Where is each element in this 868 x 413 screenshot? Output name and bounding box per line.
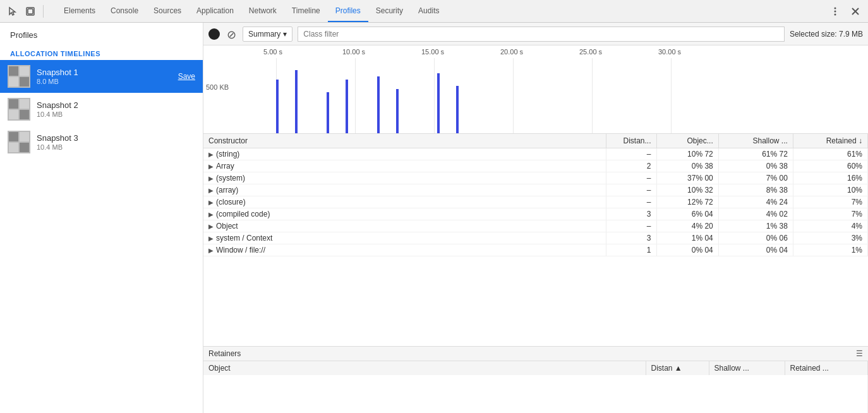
table-row[interactable]: ▶(string) – 10% 72 61% 72 61% [203,148,868,160]
th-objects[interactable]: Objec... [656,134,718,148]
table-body: ▶(string) – 10% 72 61% 72 61% ▶Array 2 0… [203,148,868,256]
expand-arrow-icon: ▶ [208,151,214,158]
th-ret-retained[interactable]: Retained ... [785,361,868,375]
cell-shallow: 4% 02 [718,208,793,220]
cell-shallow: 0% 04 [718,244,793,256]
class-filter-input[interactable] [298,27,785,42]
expand-arrow-icon: ▶ [208,199,214,206]
timeline-label: 15.00 s [421,48,444,56]
inspect-tool-button[interactable] [23,4,38,19]
cell-distance: 2 [606,160,656,172]
th-ret-object[interactable]: Object [203,361,646,375]
sidebar-item-snapshot1[interactable]: Snapshot 1 8.0 MB Save [0,60,203,93]
stop-button[interactable]: ⊘ [225,28,238,40]
cell-constructor: ▶(string) [203,148,606,160]
timeline-bar [456,86,459,133]
cell-constructor: ▶(closure) [203,196,606,208]
timeline-bar [346,80,348,133]
cell-distance: 3 [606,232,656,244]
snapshot3-size: 10.4 MB [37,143,195,151]
content-toolbar: ⊘ Summary ▾ Selected size: 7.9 MB [203,23,868,45]
retainers-table: Object Distan ▲ Shallow ... Retained ... [203,361,868,413]
dropdown-arrow-icon: ▾ [283,30,287,39]
timeline-bar [327,92,329,133]
expand-arrow-icon: ▶ [208,163,214,170]
retainers-empty-row [203,375,868,413]
th-ret-shallow[interactable]: Shallow ... [709,361,785,375]
save-snapshot1-button[interactable]: Save [178,72,195,81]
close-button[interactable] [848,4,863,19]
cell-distance: 3 [606,208,656,220]
timeline-label: 5.00 s [263,48,282,56]
sidebar-title: Profiles [0,23,203,45]
snapshot1-icon [8,65,30,88]
tab-timeline[interactable]: Timeline [284,0,328,22]
cell-shallow: 61% 72 [718,148,793,160]
snapshot2-size: 10.4 MB [37,111,195,118]
cell-distance: – [606,220,656,232]
record-button[interactable] [208,28,220,40]
tab-elements[interactable]: Elements [56,0,103,22]
toolbar-right [828,4,863,19]
timeline-bar [295,70,298,133]
th-ret-distance[interactable]: Distan ▲ [646,361,709,375]
timeline-bar [437,73,440,133]
cell-constructor: ▶system / Context [203,232,606,244]
tab-profiles[interactable]: Profiles [328,0,368,22]
tab-application[interactable]: Application [189,0,241,22]
th-retained[interactable]: Retained ↓ [793,134,867,148]
table-row[interactable]: ▶Array 2 0% 38 0% 38 60% [203,160,868,172]
table-row[interactable]: ▶(compiled code) 3 6% 04 4% 02 7% [203,208,868,220]
timeline-label: 20.00 s [500,48,523,56]
summary-label: Summary [248,30,280,39]
table-section: Constructor Distan... Objec... Shallow .… [203,134,868,346]
svg-point-4 [835,13,836,15]
cell-shallow: 0% 38 [718,160,793,172]
retainers-menu-icon[interactable]: ☰ [856,349,863,358]
table-row[interactable]: ▶(system) – 37% 00 7% 00 16% [203,172,868,184]
table-row[interactable]: ▶Window / file:// 1 0% 04 0% 04 1% [203,244,868,256]
more-options-button[interactable] [828,4,843,19]
th-constructor[interactable]: Constructor [203,134,606,148]
svg-point-2 [835,7,836,9]
snapshot3-name: Snapshot 3 [37,133,195,143]
cell-distance: – [606,148,656,160]
table-header-row: Constructor Distan... Objec... Shallow .… [203,134,868,148]
snapshot2-icon [8,98,30,121]
main-layout: Profiles ALLOCATION TIMELINES Snapshot 1… [0,23,868,413]
cell-objects: 6% 04 [656,208,718,220]
cell-shallow: 8% 38 [718,184,793,196]
summary-dropdown[interactable]: Summary ▾ [243,27,292,42]
cell-constructor: ▶(compiled code) [203,208,606,220]
table-row[interactable]: ▶(closure) – 12% 72 4% 24 7% [203,196,868,208]
table-row[interactable]: ▶(array) – 10% 32 8% 38 10% [203,184,868,196]
snapshot2-text: Snapshot 2 10.4 MB [37,100,195,118]
cell-distance: 1 [606,244,656,256]
selected-size-label: Selected size: 7.9 MB [790,30,863,39]
expand-arrow-icon: ▶ [208,247,214,254]
cursor-tool-button[interactable] [5,4,20,19]
table-row[interactable]: ▶Object – 4% 20 1% 38 4% [203,220,868,232]
tab-audits[interactable]: Audits [411,0,447,22]
tab-security[interactable]: Security [368,0,411,22]
expand-arrow-icon: ▶ [208,211,214,218]
cell-objects: 37% 00 [656,172,718,184]
sidebar-item-snapshot2[interactable]: Snapshot 2 10.4 MB [0,93,203,126]
timeline-bar [377,76,380,133]
table-row[interactable]: ▶system / Context 3 1% 04 0% 06 3% [203,232,868,244]
th-shallow[interactable]: Shallow ... [718,134,793,148]
content-area: ⊘ Summary ▾ Selected size: 7.9 MB 500 KB… [203,23,868,413]
cell-retained: 10% [793,184,867,196]
constructor-table: Constructor Distan... Objec... Shallow .… [203,134,868,256]
tab-sources[interactable]: Sources [146,0,189,22]
expand-arrow-icon: ▶ [208,187,214,194]
timeline-bar [276,80,279,133]
th-distance[interactable]: Distan... [606,134,656,148]
top-toolbar: Elements Console Sources Application Net… [0,0,868,23]
cell-retained: 16% [793,172,867,184]
cell-constructor: ▶Window / file:// [203,244,606,256]
sidebar-item-snapshot3[interactable]: Snapshot 3 10.4 MB [0,126,203,159]
tab-network[interactable]: Network [241,0,284,22]
tab-console[interactable]: Console [103,0,146,22]
cell-objects: 0% 38 [656,160,718,172]
